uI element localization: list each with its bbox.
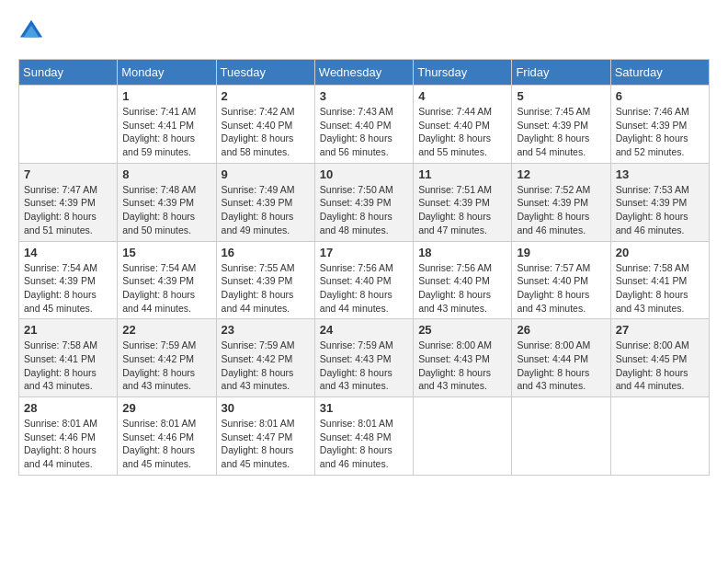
calendar-cell: 2Sunrise: 7:42 AM Sunset: 4:40 PM Daylig… bbox=[216, 86, 314, 164]
calendar-cell: 15Sunrise: 7:54 AM Sunset: 4:39 PM Dayli… bbox=[118, 241, 216, 319]
calendar-week-row: 14Sunrise: 7:54 AM Sunset: 4:39 PM Dayli… bbox=[19, 241, 710, 319]
cell-info: Sunrise: 7:43 AM Sunset: 4:40 PM Dayligh… bbox=[320, 105, 408, 159]
cell-info: Sunrise: 8:01 AM Sunset: 4:48 PM Dayligh… bbox=[320, 417, 408, 471]
cell-info: Sunrise: 8:00 AM Sunset: 4:43 PM Dayligh… bbox=[418, 339, 506, 393]
cell-info: Sunrise: 7:42 AM Sunset: 4:40 PM Dayligh… bbox=[222, 105, 310, 159]
cell-info: Sunrise: 8:01 AM Sunset: 4:47 PM Dayligh… bbox=[222, 417, 310, 471]
cell-info: Sunrise: 7:47 AM Sunset: 4:39 PM Dayligh… bbox=[24, 183, 112, 237]
cell-day-number: 12 bbox=[517, 167, 605, 181]
cell-info: Sunrise: 8:01 AM Sunset: 4:46 PM Dayligh… bbox=[24, 417, 112, 471]
cell-info: Sunrise: 7:59 AM Sunset: 4:42 PM Dayligh… bbox=[222, 339, 310, 393]
col-header-wednesday: Wednesday bbox=[314, 60, 413, 86]
calendar-cell: 21Sunrise: 7:58 AM Sunset: 4:41 PM Dayli… bbox=[19, 319, 118, 397]
calendar-cell: 27Sunrise: 8:00 AM Sunset: 4:45 PM Dayli… bbox=[610, 319, 709, 397]
calendar-cell: 6Sunrise: 7:46 AM Sunset: 4:39 PM Daylig… bbox=[610, 86, 709, 164]
calendar-cell: 22Sunrise: 7:59 AM Sunset: 4:42 PM Dayli… bbox=[118, 319, 216, 397]
cell-day-number: 19 bbox=[517, 246, 605, 259]
cell-day-number: 20 bbox=[616, 246, 704, 259]
calendar-cell: 5Sunrise: 7:45 AM Sunset: 4:39 PM Daylig… bbox=[512, 86, 610, 164]
cell-day-number: 23 bbox=[222, 323, 310, 337]
page-header bbox=[18, 18, 710, 44]
calendar-cell: 10Sunrise: 7:50 AM Sunset: 4:39 PM Dayli… bbox=[314, 163, 413, 241]
cell-day-number: 6 bbox=[616, 89, 704, 103]
calendar-cell: 26Sunrise: 8:00 AM Sunset: 4:44 PM Dayli… bbox=[512, 319, 610, 397]
calendar-cell: 16Sunrise: 7:55 AM Sunset: 4:39 PM Dayli… bbox=[216, 241, 314, 319]
calendar-table: SundayMondayTuesdayWednesdayThursdayFrid… bbox=[18, 59, 710, 476]
cell-info: Sunrise: 7:49 AM Sunset: 4:39 PM Dayligh… bbox=[222, 183, 310, 237]
calendar-cell: 20Sunrise: 7:58 AM Sunset: 4:41 PM Dayli… bbox=[610, 241, 709, 319]
calendar-cell: 3Sunrise: 7:43 AM Sunset: 4:40 PM Daylig… bbox=[314, 86, 413, 164]
cell-day-number: 2 bbox=[222, 89, 310, 103]
cell-day-number: 13 bbox=[616, 167, 704, 181]
calendar-cell: 31Sunrise: 8:01 AM Sunset: 4:48 PM Dayli… bbox=[314, 397, 413, 476]
col-header-saturday: Saturday bbox=[610, 60, 709, 86]
cell-day-number: 18 bbox=[418, 246, 506, 259]
col-header-tuesday: Tuesday bbox=[216, 60, 314, 86]
cell-day-number: 4 bbox=[418, 89, 506, 103]
calendar-cell: 28Sunrise: 8:01 AM Sunset: 4:46 PM Dayli… bbox=[19, 397, 118, 476]
cell-day-number: 15 bbox=[122, 246, 210, 259]
calendar-cell: 17Sunrise: 7:56 AM Sunset: 4:40 PM Dayli… bbox=[314, 241, 413, 319]
calendar-week-row: 7Sunrise: 7:47 AM Sunset: 4:39 PM Daylig… bbox=[19, 163, 710, 241]
cell-info: Sunrise: 7:48 AM Sunset: 4:39 PM Dayligh… bbox=[122, 183, 210, 237]
cell-info: Sunrise: 7:53 AM Sunset: 4:39 PM Dayligh… bbox=[616, 183, 704, 237]
col-header-monday: Monday bbox=[118, 60, 216, 86]
cell-day-number: 8 bbox=[122, 167, 210, 181]
cell-info: Sunrise: 7:51 AM Sunset: 4:39 PM Dayligh… bbox=[418, 183, 506, 237]
calendar-cell: 7Sunrise: 7:47 AM Sunset: 4:39 PM Daylig… bbox=[19, 163, 118, 241]
cell-info: Sunrise: 7:57 AM Sunset: 4:40 PM Dayligh… bbox=[517, 261, 605, 316]
cell-day-number: 27 bbox=[616, 323, 704, 337]
calendar-cell: 19Sunrise: 7:57 AM Sunset: 4:40 PM Dayli… bbox=[512, 241, 610, 319]
cell-info: Sunrise: 7:59 AM Sunset: 4:43 PM Dayligh… bbox=[320, 339, 408, 393]
calendar-cell: 1Sunrise: 7:41 AM Sunset: 4:41 PM Daylig… bbox=[118, 86, 216, 164]
calendar-week-row: 21Sunrise: 7:58 AM Sunset: 4:41 PM Dayli… bbox=[19, 319, 710, 397]
cell-day-number: 1 bbox=[122, 89, 210, 103]
cell-info: Sunrise: 7:55 AM Sunset: 4:39 PM Dayligh… bbox=[222, 261, 310, 316]
calendar-week-row: 1Sunrise: 7:41 AM Sunset: 4:41 PM Daylig… bbox=[19, 86, 710, 164]
cell-info: Sunrise: 7:45 AM Sunset: 4:39 PM Dayligh… bbox=[517, 105, 605, 159]
col-header-friday: Friday bbox=[512, 60, 610, 86]
cell-day-number: 25 bbox=[418, 323, 506, 337]
cell-day-number: 7 bbox=[24, 167, 112, 181]
cell-day-number: 16 bbox=[222, 246, 310, 259]
cell-info: Sunrise: 7:54 AM Sunset: 4:39 PM Dayligh… bbox=[24, 261, 112, 316]
cell-day-number: 5 bbox=[517, 89, 605, 103]
cell-day-number: 30 bbox=[222, 401, 310, 415]
calendar-cell: 23Sunrise: 7:59 AM Sunset: 4:42 PM Dayli… bbox=[216, 319, 314, 397]
cell-day-number: 10 bbox=[320, 167, 408, 181]
calendar-cell: 4Sunrise: 7:44 AM Sunset: 4:40 PM Daylig… bbox=[414, 86, 512, 164]
cell-day-number: 22 bbox=[122, 323, 210, 337]
cell-day-number: 31 bbox=[320, 401, 408, 415]
cell-info: Sunrise: 7:54 AM Sunset: 4:39 PM Dayligh… bbox=[122, 261, 210, 316]
logo bbox=[18, 18, 48, 44]
cell-day-number: 24 bbox=[320, 323, 408, 337]
cell-day-number: 11 bbox=[418, 167, 506, 181]
cell-info: Sunrise: 8:00 AM Sunset: 4:45 PM Dayligh… bbox=[616, 339, 704, 393]
calendar-cell: 11Sunrise: 7:51 AM Sunset: 4:39 PM Dayli… bbox=[414, 163, 512, 241]
cell-info: Sunrise: 7:58 AM Sunset: 4:41 PM Dayligh… bbox=[24, 339, 112, 393]
cell-info: Sunrise: 8:01 AM Sunset: 4:46 PM Dayligh… bbox=[122, 417, 210, 471]
cell-info: Sunrise: 7:44 AM Sunset: 4:40 PM Dayligh… bbox=[418, 105, 506, 159]
cell-info: Sunrise: 7:59 AM Sunset: 4:42 PM Dayligh… bbox=[122, 339, 210, 393]
cell-info: Sunrise: 7:52 AM Sunset: 4:39 PM Dayligh… bbox=[517, 183, 605, 237]
calendar-cell: 12Sunrise: 7:52 AM Sunset: 4:39 PM Dayli… bbox=[512, 163, 610, 241]
calendar-cell: 8Sunrise: 7:48 AM Sunset: 4:39 PM Daylig… bbox=[118, 163, 216, 241]
cell-day-number: 9 bbox=[222, 167, 310, 181]
calendar-cell: 14Sunrise: 7:54 AM Sunset: 4:39 PM Dayli… bbox=[19, 241, 118, 319]
calendar-cell bbox=[414, 397, 512, 476]
logo-icon bbox=[18, 18, 44, 44]
calendar-cell: 30Sunrise: 8:01 AM Sunset: 4:47 PM Dayli… bbox=[216, 397, 314, 476]
cell-info: Sunrise: 8:00 AM Sunset: 4:44 PM Dayligh… bbox=[517, 339, 605, 393]
cell-day-number: 3 bbox=[320, 89, 408, 103]
calendar-cell bbox=[19, 86, 118, 164]
calendar-cell bbox=[610, 397, 709, 476]
cell-info: Sunrise: 7:50 AM Sunset: 4:39 PM Dayligh… bbox=[320, 183, 408, 237]
cell-day-number: 26 bbox=[517, 323, 605, 337]
calendar-cell: 18Sunrise: 7:56 AM Sunset: 4:40 PM Dayli… bbox=[414, 241, 512, 319]
calendar-cell: 24Sunrise: 7:59 AM Sunset: 4:43 PM Dayli… bbox=[314, 319, 413, 397]
cell-info: Sunrise: 7:41 AM Sunset: 4:41 PM Dayligh… bbox=[122, 105, 210, 159]
calendar-cell: 29Sunrise: 8:01 AM Sunset: 4:46 PM Dayli… bbox=[118, 397, 216, 476]
calendar-cell bbox=[512, 397, 610, 476]
cell-info: Sunrise: 7:46 AM Sunset: 4:39 PM Dayligh… bbox=[616, 105, 704, 159]
cell-day-number: 17 bbox=[320, 246, 408, 259]
